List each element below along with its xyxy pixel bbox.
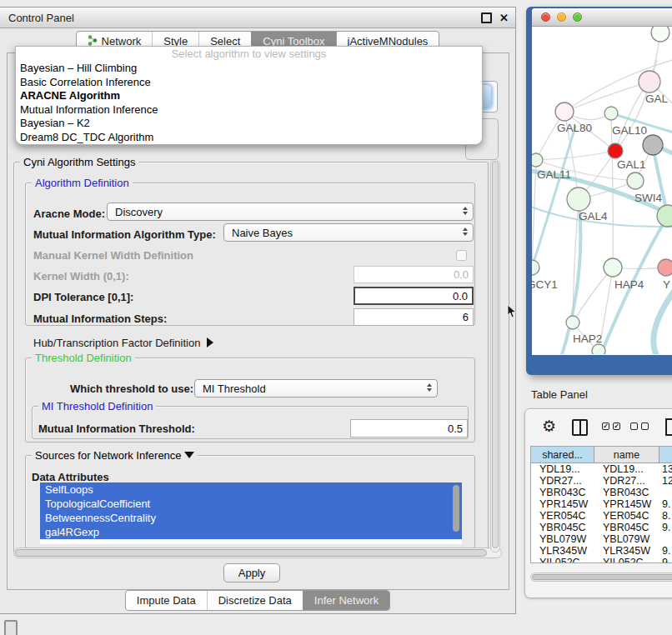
close-icon[interactable]: ✕ — [499, 12, 509, 23]
table-row[interactable]: YBL079WYBL079W — [531, 533, 672, 545]
mi-algorithm-type-select[interactable]: Naive Bayes — [223, 223, 474, 242]
import-table-icon[interactable] — [665, 418, 672, 436]
dpi-tolerance-label: DPI Tolerance [0,1]: — [33, 291, 133, 303]
mi-algorithm-type-value: Naive Bayes — [232, 227, 293, 239]
network-node-gcy1[interactable] — [532, 260, 539, 275]
network-node-y[interactable] — [658, 259, 672, 276]
network-node[interactable] — [643, 135, 663, 155]
gear-icon[interactable]: ⚙ — [542, 418, 556, 436]
cyni-bottom-tabs: Impute DataDiscretize DataInfer Network — [125, 590, 390, 611]
aracne-mode-value: Discovery — [115, 206, 163, 218]
algorithm-option-bayesian-hill-climbing[interactable]: Bayesian – Hill Climbing — [16, 62, 482, 76]
algorithm-option-bayesian-k2[interactable]: Bayesian – K2 — [16, 117, 482, 131]
algorithm-option-mutual-information-inference[interactable]: Mutual Information Inference — [16, 103, 482, 118]
network-node-gal[interactable] — [639, 71, 660, 92]
scrollbar-thumb[interactable] — [532, 574, 672, 580]
dpi-tolerance-field[interactable]: 0.0 — [354, 287, 474, 305]
table-row[interactable]: YIL052CYIL052C9. — [531, 557, 672, 562]
tab-impute-data[interactable]: Impute Data — [126, 591, 207, 610]
table-row[interactable]: YPR145WYPR145W9. — [531, 498, 672, 510]
tab-discretize-data[interactable]: Discretize Data — [207, 591, 303, 610]
network-node-hap2[interactable] — [566, 316, 579, 329]
table-cell: YIL052C — [531, 557, 594, 562]
mi-steps-field[interactable]: 6 — [354, 308, 474, 326]
scrollbar-thumb[interactable] — [15, 549, 487, 557]
node-label-gcy1: GCY1 — [532, 278, 558, 291]
table-row[interactable]: YER054CYER054C8. — [531, 510, 672, 522]
network-edge[interactable] — [560, 199, 580, 354]
network-node-gal4[interactable] — [567, 188, 590, 211]
manual-kernel-width-checkbox[interactable] — [456, 250, 467, 261]
network-node[interactable] — [592, 344, 605, 354]
network-edge[interactable] — [532, 160, 536, 268]
kernel-width-field[interactable]: 0.0 — [354, 266, 474, 283]
network-node-gal80[interactable] — [555, 102, 574, 121]
table-cell: YBR043C — [531, 487, 594, 498]
attribute-item-selfloops[interactable]: SelfLoops — [40, 482, 462, 497]
algorithm-option-basic-correlation-inference[interactable]: Basic Correlation Inference — [16, 76, 482, 90]
collapsed-panel-stub[interactable] — [4, 620, 18, 635]
control-panel-titlebar[interactable]: Control Panel ✕ — [0, 8, 515, 28]
hub-definition-label: Hub/Transcription Factor Definition — [33, 337, 200, 349]
column-header-col2[interactable] — [659, 447, 672, 462]
scrollbar-thumb[interactable] — [492, 161, 499, 548]
node-label-gal1: GAL1 — [617, 158, 646, 171]
tab-infer-network[interactable]: Infer Network — [303, 591, 389, 610]
network-canvas[interactable]: GALGAL80GAL10GAL1GAL11GAL4SWI4GCY1HAP4YH… — [532, 27, 672, 354]
table-cell: YPR145W — [531, 498, 594, 510]
node-label-y: Y — [663, 278, 670, 291]
settings-horizontal-scrollbar[interactable] — [13, 548, 502, 558]
column-header-name[interactable]: name — [594, 447, 659, 462]
aracne-mode-select[interactable]: Discovery — [107, 202, 474, 221]
table-row[interactable]: YBR043CYBR043C — [531, 487, 672, 498]
network-window-titlebar[interactable] — [532, 8, 672, 27]
table-row[interactable]: YDR27...YDR27...12 — [531, 475, 672, 487]
network-view-window: GALGAL80GAL10GAL1GAL11GAL4SWI4GCY1HAP4YH… — [526, 7, 672, 375]
which-threshold-select[interactable]: MI Threshold — [194, 379, 438, 398]
sources-group-title[interactable]: Sources for Network Inference — [32, 449, 198, 462]
list-scrollbar-thumb[interactable] — [453, 485, 459, 532]
table-cell: YDR27... — [594, 475, 659, 487]
network-node[interactable] — [608, 143, 623, 158]
table-cell: YBR045C — [594, 522, 659, 533]
checked-checkbox-icon[interactable]: ✓ — [602, 422, 609, 430]
float-window-icon[interactable] — [481, 12, 492, 23]
table-row[interactable]: YBR045CYBR045C9. — [531, 522, 672, 533]
collapse-down-icon[interactable] — [184, 452, 194, 458]
table-row[interactable]: YDL19...YDL19...13 — [531, 463, 672, 475]
node-label-gal4: GAL4 — [579, 210, 608, 222]
network-edge[interactable] — [536, 151, 615, 160]
table-cell: YBR043C — [594, 487, 659, 498]
column-header-shared[interactable]: shared... — [531, 447, 594, 462]
settings-vertical-scrollbar[interactable] — [490, 159, 500, 552]
expand-right-icon[interactable] — [207, 338, 213, 348]
network-node[interactable] — [651, 27, 669, 42]
hub-definition-expander[interactable]: Hub/Transcription Factor Definition — [33, 337, 213, 349]
data-attributes-list[interactable]: SelfLoopsTopologicalCoefficientBetweenne… — [40, 482, 462, 544]
algorithm-option-aracne-algorithm[interactable]: ARACNE Algorithm — [16, 89, 482, 103]
unchecked-checkbox-icon[interactable] — [630, 422, 638, 430]
column-view-icon[interactable] — [572, 419, 588, 436]
close-traffic-light[interactable] — [541, 12, 550, 22]
algorithm-option-dream8-dc-tdc-algorithm[interactable]: Dream8 DC_TDC Algorithm — [16, 131, 482, 145]
network-node-gal11[interactable] — [532, 153, 543, 167]
unchecked-checkbox-icon[interactable] — [641, 422, 649, 430]
attribute-item-betweennesscentrality[interactable]: BetweennessCentrality — [40, 511, 462, 525]
table-cell: 9. — [659, 545, 672, 557]
network-node-hap4[interactable] — [604, 258, 622, 277]
table-cell: YER054C — [594, 510, 659, 522]
minimize-traffic-light[interactable] — [557, 12, 566, 22]
apply-button[interactable]: Apply — [223, 563, 280, 582]
zoom-traffic-light[interactable] — [573, 12, 582, 22]
table-cell — [659, 533, 672, 545]
table-horizontal-scrollbar[interactable] — [530, 572, 672, 582]
attribute-item-gal4rgexp[interactable]: gal4RGexp — [40, 525, 462, 539]
mi-threshold-field[interactable]: 0.5 — [350, 419, 468, 438]
checked-checkbox-icon[interactable]: ✓ — [613, 422, 620, 430]
threshold-definition-title: Threshold Definition — [32, 352, 135, 364]
manual-kernel-width-label: Manual Kernel Width Definition — [33, 249, 193, 262]
network-node-gal1[interactable] — [627, 172, 644, 189]
attribute-item-topologicalcoefficient[interactable]: TopologicalCoefficient — [40, 497, 462, 511]
network-node-gal10[interactable] — [604, 107, 618, 120]
table-row[interactable]: YLR345WYLR345W9. — [531, 545, 672, 557]
